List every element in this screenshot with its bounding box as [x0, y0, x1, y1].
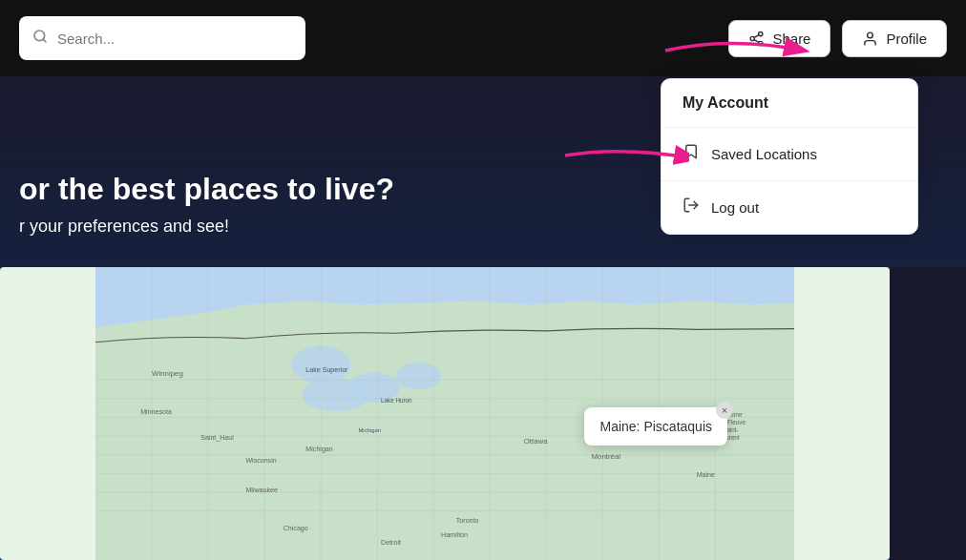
profile-icon — [862, 31, 878, 47]
map-tooltip: Maine: Piscataquis × — [584, 407, 727, 446]
navbar: Share Profile — [0, 0, 966, 76]
my-account-label: My Account — [682, 94, 768, 112]
svg-point-12 — [396, 363, 441, 389]
svg-text:Lake Superior: Lake Superior — [305, 366, 348, 374]
svg-point-13 — [302, 379, 369, 412]
svg-point-7 — [868, 32, 873, 38]
svg-line-1 — [43, 39, 46, 42]
dropdown-my-account[interactable]: My Account — [662, 79, 917, 128]
share-button[interactable]: Share — [728, 20, 830, 57]
hero-subtitle: r your preferences and see! — [19, 217, 394, 237]
search-bar — [19, 16, 305, 60]
svg-text:Winnipeg: Winnipeg — [152, 369, 183, 378]
svg-text:Chicago: Chicago — [284, 525, 308, 532]
svg-text:Michigan: Michigan — [358, 427, 381, 433]
svg-text:Ottawa: Ottawa — [524, 437, 549, 446]
svg-text:Minnesota: Minnesota — [140, 408, 172, 416]
svg-text:Hamilton: Hamilton — [441, 531, 468, 539]
logout-label: Log out — [711, 199, 759, 216]
svg-text:Maine: Maine — [697, 471, 715, 479]
svg-text:Saint_Haul: Saint_Haul — [200, 434, 234, 442]
profile-label: Profile — [886, 31, 927, 47]
logout-icon — [682, 197, 700, 218]
map-svg: Winnipeg Minnesota Saint_Haul Wisconsin … — [0, 267, 890, 560]
share-label: Share — [772, 31, 810, 47]
svg-text:Detroit: Detroit — [381, 539, 401, 547]
dropdown-saved-locations[interactable]: Saved Locations — [662, 128, 917, 181]
share-icon — [748, 31, 765, 47]
svg-text:Wisconsin: Wisconsin — [245, 457, 276, 465]
svg-line-6 — [755, 34, 760, 37]
svg-text:Montréal: Montréal — [592, 452, 621, 461]
hero-title: or the best places to live? — [19, 172, 394, 207]
svg-text:Milwaukee: Milwaukee — [245, 487, 278, 494]
svg-text:Lake Huron: Lake Huron — [381, 397, 412, 404]
dropdown-menu: My Account Saved Locations Log out — [661, 78, 918, 235]
tooltip-close-button[interactable]: × — [716, 402, 733, 419]
svg-line-5 — [755, 39, 760, 42]
arrow-to-saved-locations — [546, 132, 689, 179]
saved-locations-label: Saved Locations — [711, 146, 817, 162]
svg-text:Toronto: Toronto — [456, 517, 479, 525]
hero-text: or the best places to live? r your prefe… — [19, 172, 394, 237]
search-icon — [32, 29, 48, 48]
map-container: Winnipeg Minnesota Saint_Haul Wisconsin … — [0, 267, 890, 560]
tooltip-label: Maine: Piscataquis — [599, 419, 712, 434]
search-input[interactable] — [57, 31, 292, 47]
svg-text:Michigan: Michigan — [305, 446, 332, 453]
right-sidebar — [890, 267, 966, 560]
dropdown-logout[interactable]: Log out — [662, 181, 917, 234]
profile-button[interactable]: Profile — [842, 20, 947, 57]
